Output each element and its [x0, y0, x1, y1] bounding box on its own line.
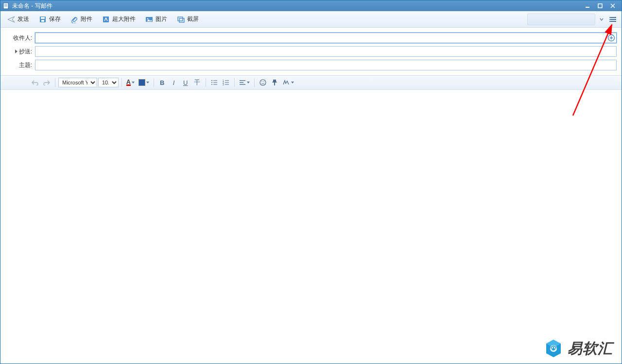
- bold-button[interactable]: B: [157, 77, 168, 88]
- title-bar: 未命名 - 写邮件: [0, 0, 622, 11]
- image-label: 图片: [156, 15, 167, 23]
- undo-button[interactable]: [30, 77, 40, 88]
- toolbar-right: [527, 14, 619, 25]
- cc-label: 抄送:: [19, 48, 32, 56]
- main-toolbar: 发送 保存 附件 超大附件 图片 截屏: [0, 11, 622, 28]
- image-icon: [145, 16, 153, 23]
- font-size-select[interactable]: 10.5: [98, 78, 119, 87]
- svg-text:3: 3: [223, 83, 224, 85]
- redo-button[interactable]: [41, 77, 52, 88]
- svg-point-13: [147, 18, 149, 19]
- to-label: 收件人:: [5, 34, 32, 42]
- svg-point-25: [211, 80, 212, 81]
- window-title: 未命名 - 写邮件: [12, 2, 52, 10]
- add-recipient-button[interactable]: [607, 33, 616, 42]
- document-icon: [2, 2, 9, 9]
- font-family-select[interactable]: Microsoft YaH: [58, 78, 97, 87]
- svg-point-41: [261, 82, 262, 83]
- send-button[interactable]: 发送: [3, 13, 33, 26]
- underline-button[interactable]: U: [180, 77, 191, 88]
- close-button[interactable]: [609, 2, 617, 9]
- to-row: 收件人:: [5, 33, 617, 43]
- strikethrough-button[interactable]: 干: [192, 77, 203, 88]
- subject-input[interactable]: [35, 60, 617, 70]
- bullet-list-button[interactable]: [209, 77, 220, 88]
- svg-point-42: [263, 82, 264, 83]
- save-button[interactable]: 保存: [35, 13, 65, 26]
- attach-button[interactable]: 附件: [67, 13, 96, 26]
- svg-point-27: [211, 82, 212, 83]
- large-attach-button[interactable]: 超大附件: [98, 13, 139, 26]
- svg-rect-15: [179, 18, 184, 22]
- align-button[interactable]: [238, 77, 251, 88]
- cc-input[interactable]: [35, 46, 617, 57]
- svg-point-40: [260, 80, 266, 85]
- svg-rect-0: [3, 3, 8, 9]
- save-icon: [39, 16, 47, 23]
- svg-rect-10: [41, 20, 44, 22]
- window-controls: [584, 2, 620, 9]
- screenshot-button[interactable]: 截屏: [173, 13, 203, 26]
- emoji-button[interactable]: [258, 77, 268, 88]
- subject-label: 主题:: [5, 61, 32, 69]
- svg-rect-14: [178, 17, 183, 21]
- save-label: 保存: [49, 15, 61, 23]
- highlight-color-button[interactable]: [137, 77, 151, 88]
- screenshot-label: 截屏: [187, 15, 199, 23]
- paperclip-icon: [70, 16, 78, 23]
- large-attach-label: 超大附件: [112, 15, 136, 23]
- screenshot-icon: [177, 16, 185, 23]
- more-formatting-button[interactable]: [281, 77, 295, 88]
- svg-rect-9: [41, 17, 45, 19]
- svg-point-29: [211, 84, 212, 85]
- font-color-button[interactable]: A: [125, 77, 136, 88]
- to-input[interactable]: [35, 33, 617, 43]
- send-label: 发送: [17, 15, 29, 23]
- attach-label: 附件: [81, 15, 92, 23]
- maximize-button[interactable]: [596, 2, 604, 9]
- numbered-list-button[interactable]: 123: [221, 77, 231, 88]
- svg-point-20: [609, 19, 610, 20]
- minimize-button[interactable]: [584, 2, 591, 9]
- account-dropdown-icon[interactable]: [598, 16, 605, 23]
- compose-window: 未命名 - 写邮件 发送 保存 附件 超大附件 图片: [0, 0, 622, 364]
- send-icon: [7, 16, 15, 23]
- cc-row: 抄送:: [5, 46, 617, 57]
- large-attach-icon: [102, 16, 110, 23]
- cc-expand-icon[interactable]: [15, 50, 17, 53]
- subject-row: 主题:: [5, 60, 617, 70]
- contacts-panel-toggle[interactable]: [608, 14, 619, 25]
- format-toolbar: Microsoft YaH 10.5 A B I U 干 123: [0, 75, 622, 90]
- pin-button[interactable]: [269, 77, 280, 88]
- insert-image-button[interactable]: 图片: [141, 13, 171, 26]
- svg-point-21: [609, 21, 610, 22]
- svg-point-19: [609, 17, 610, 18]
- account-selector[interactable]: [527, 14, 595, 25]
- message-body-editor[interactable]: [0, 90, 622, 364]
- italic-button[interactable]: I: [169, 77, 179, 88]
- svg-rect-5: [598, 4, 602, 8]
- header-fields: 收件人: 抄送: 主题:: [0, 28, 622, 75]
